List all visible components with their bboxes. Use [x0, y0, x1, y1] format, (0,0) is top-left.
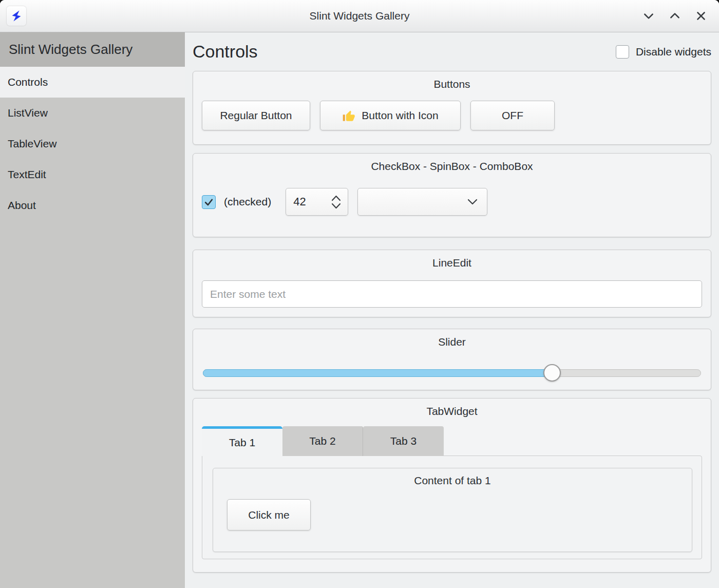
group-csc-title: CheckBox - SpinBox - ComboBox [202, 160, 702, 173]
regular-button[interactable]: Regular Button [202, 101, 310, 130]
tab-pane: Content of tab 1 Click me [202, 456, 702, 559]
tab-content-title: Content of tab 1 [227, 475, 692, 487]
spinbox-up-icon[interactable] [331, 195, 342, 201]
thumbs-up-icon [342, 109, 356, 123]
demo-checkbox[interactable] [202, 195, 216, 209]
group-slider: Slider [193, 329, 711, 390]
sidebar-item-textedit[interactable]: TextEdit [0, 159, 185, 190]
checkbox-label: (checked) [224, 196, 271, 208]
click-me-button[interactable]: Click me [227, 499, 311, 530]
sidebar-item-tableview[interactable]: TableView [0, 128, 185, 159]
group-lineedit: LineEdit [193, 250, 711, 317]
close-icon [694, 9, 708, 23]
combobox-chevron-down-icon [466, 198, 479, 205]
slider[interactable] [202, 365, 702, 382]
sidebar: Slint Widgets Gallery Controls ListView … [0, 32, 185, 588]
spinbox-value: 42 [293, 195, 306, 208]
window-title: Slint Widgets Gallery [0, 10, 719, 22]
slider-thumb[interactable] [543, 364, 561, 382]
group-slider-title: Slider [202, 336, 702, 348]
disable-widgets-checkbox[interactable] [616, 45, 629, 59]
app-window: Slint Widgets Gallery Slint Widgets Gall… [0, 0, 719, 588]
close-button[interactable] [691, 6, 711, 26]
slint-bolt-icon [10, 9, 23, 23]
button-with-icon[interactable]: Button with Icon [320, 101, 461, 130]
tab-3[interactable]: Tab 3 [363, 426, 444, 456]
page-title: Controls [193, 42, 258, 62]
main-content: Controls Disable widgets Buttons Regular… [185, 32, 719, 588]
lineedit-input[interactable] [202, 280, 702, 308]
tab-1[interactable]: Tab 1 [202, 426, 282, 456]
disable-widgets-label: Disable widgets [636, 46, 711, 58]
group-tabwidget-title: TabWidget [202, 405, 702, 418]
checkmark-icon [204, 197, 214, 207]
group-buttons-title: Buttons [202, 78, 702, 90]
chevron-up-icon [668, 9, 682, 23]
sidebar-item-about[interactable]: About [0, 190, 185, 221]
slider-fill [203, 369, 553, 377]
sidebar-item-listview[interactable]: ListView [0, 98, 185, 128]
titlebar: Slint Widgets Gallery [0, 0, 719, 32]
slider-track[interactable] [203, 369, 701, 377]
disable-widgets-control[interactable]: Disable widgets [616, 45, 711, 59]
tab-content-box: Content of tab 1 Click me [213, 468, 692, 552]
group-buttons: Buttons Regular Button Button with Icon … [193, 71, 711, 145]
toggle-button[interactable]: OFF [470, 101, 555, 130]
combobox[interactable] [357, 188, 487, 216]
tabbar: Tab 1 Tab 2 Tab 3 [202, 426, 702, 456]
tab-2[interactable]: Tab 2 [282, 426, 363, 456]
spinbox[interactable]: 42 [286, 188, 348, 216]
sidebar-title: Slint Widgets Gallery [0, 32, 185, 67]
minimize-button[interactable] [639, 6, 658, 26]
group-check-spin-combo: CheckBox - SpinBox - ComboBox (checked) … [193, 153, 711, 237]
button-with-icon-label: Button with Icon [362, 109, 438, 122]
sidebar-item-controls[interactable]: Controls [0, 67, 185, 98]
spinbox-down-icon[interactable] [331, 203, 342, 210]
maximize-button[interactable] [665, 6, 685, 26]
app-logo-icon [7, 6, 26, 26]
chevron-down-icon [642, 9, 655, 23]
group-tabwidget: TabWidget Tab 1 Tab 2 Tab 3 Content of t… [193, 398, 711, 573]
group-lineedit-title: LineEdit [202, 257, 702, 269]
